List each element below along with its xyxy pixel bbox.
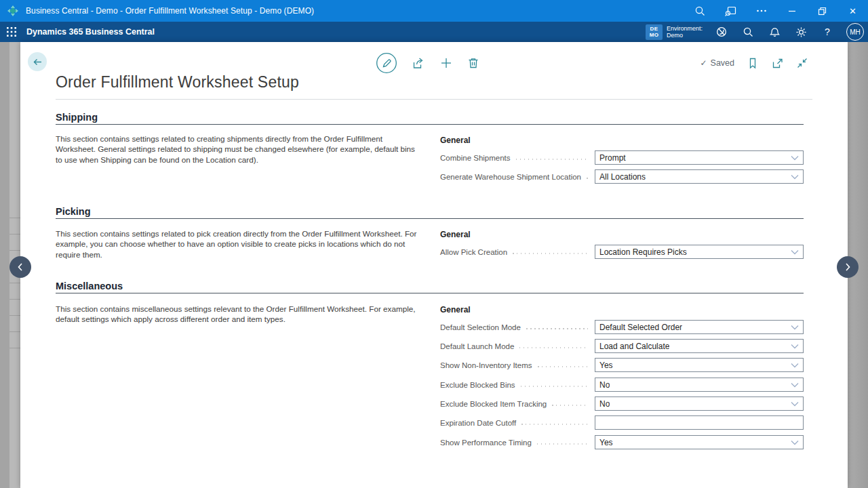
chevron-down-icon bbox=[791, 344, 799, 349]
action-bar bbox=[376, 52, 480, 74]
field-label: Exclude Blocked Bins bbox=[440, 381, 515, 389]
dotted-leader bbox=[537, 443, 588, 445]
field-row-default-selection-mode: Default Selection Mode Default Selected … bbox=[440, 320, 804, 334]
exclude-blocked-item-tracking-select[interactable]: No bbox=[595, 396, 804, 411]
field-label: Generate Warehouse Shipment Location bbox=[440, 173, 581, 181]
new-button[interactable] bbox=[439, 56, 453, 70]
restore-icon[interactable] bbox=[807, 0, 837, 22]
section-heading-shipping[interactable]: Shipping bbox=[56, 112, 804, 125]
default-selection-mode-select[interactable]: Default Selected Order bbox=[595, 320, 804, 334]
generate-warehouse-shipment-location-select[interactable]: All Locations bbox=[595, 169, 804, 184]
environment-badge: DE MO bbox=[646, 24, 663, 40]
field-label: Allow Pick Creation bbox=[440, 248, 507, 256]
window-title: Business Central - Demo - Order Fulfillm… bbox=[26, 6, 314, 16]
chevron-down-icon bbox=[791, 440, 799, 445]
dotted-leader bbox=[521, 424, 588, 425]
app-navbar: Dynamics 365 Business Central DE MO Envi… bbox=[0, 22, 868, 42]
chevron-down-icon bbox=[791, 401, 799, 407]
field-label: Show Non-Inventory Items bbox=[440, 361, 532, 369]
chevron-down-icon bbox=[791, 174, 799, 180]
group-label: General bbox=[440, 230, 471, 239]
environment-indicator: DE MO Environment: Demo bbox=[646, 24, 703, 40]
chevron-down-icon bbox=[791, 382, 799, 388]
business-central-logo-icon bbox=[6, 4, 20, 18]
workspace: ✓ Saved Order Fulfillment Worksheet Setu… bbox=[0, 42, 868, 488]
delete-button[interactable] bbox=[467, 56, 480, 70]
check-icon: ✓ bbox=[700, 58, 707, 68]
field-label: Show Performance Timing bbox=[440, 439, 532, 447]
minimize-icon[interactable] bbox=[776, 0, 807, 22]
field-row-exclude-blocked-bins: Exclude Blocked Bins No bbox=[440, 378, 804, 392]
dotted-leader bbox=[519, 347, 588, 348]
field-row-generate-warehouse-shipment-location: Generate Warehouse Shipment Location All… bbox=[440, 169, 804, 184]
dotted-leader bbox=[526, 328, 588, 329]
allow-pick-creation-select[interactable]: Location Requires Picks bbox=[595, 245, 804, 259]
field-label: Expiration Date Cutoff bbox=[440, 419, 516, 427]
show-performance-timing-select[interactable]: Yes bbox=[595, 435, 804, 449]
help-icon[interactable]: ? bbox=[820, 22, 835, 42]
previous-record-button[interactable] bbox=[9, 256, 31, 278]
waffle-menu-icon[interactable] bbox=[0, 22, 23, 42]
notifications-icon[interactable] bbox=[767, 22, 782, 42]
section-heading-picking[interactable]: Picking bbox=[56, 206, 804, 219]
back-button[interactable] bbox=[28, 52, 47, 71]
section-description-picking: This section contains settings related t… bbox=[56, 228, 420, 260]
chevron-down-icon bbox=[791, 325, 799, 330]
field-row-default-launch-mode: Default Launch Mode Load and Calculate bbox=[440, 339, 804, 353]
page-title: Order Fulfillment Worksheet Setup bbox=[56, 73, 299, 92]
edit-button[interactable] bbox=[376, 52, 397, 74]
field-label: Exclude Blocked Item Tracking bbox=[440, 400, 547, 408]
default-launch-mode-select[interactable]: Load and Calculate bbox=[595, 339, 804, 353]
search-icon[interactable] bbox=[741, 22, 755, 42]
combine-shipments-select[interactable]: Prompt bbox=[595, 150, 804, 165]
field-row-expiration-date-cutoff: Expiration Date Cutoff bbox=[440, 415, 804, 430]
field-label: Combine Shipments bbox=[440, 154, 511, 162]
chevron-down-icon bbox=[791, 363, 799, 368]
collapse-icon[interactable] bbox=[796, 57, 808, 69]
next-record-button[interactable] bbox=[837, 256, 859, 278]
dotted-leader bbox=[516, 159, 588, 160]
section-description-miscellaneous: This section contains miscellaneous sett… bbox=[56, 304, 420, 325]
settings-gear-icon[interactable] bbox=[793, 22, 808, 42]
field-row-combine-shipments: Combine Shipments Prompt bbox=[440, 150, 804, 165]
section-description-shipping: This section contains settings related t… bbox=[56, 134, 420, 165]
expiration-date-cutoff-input[interactable] bbox=[595, 415, 804, 430]
copilot-icon[interactable] bbox=[714, 22, 729, 42]
divider bbox=[56, 99, 812, 100]
dotted-leader bbox=[552, 405, 588, 406]
field-row-show-non-inventory-items: Show Non-Inventory Items Yes bbox=[440, 358, 804, 372]
chevron-down-icon bbox=[791, 249, 799, 255]
avatar[interactable]: MH bbox=[846, 23, 864, 41]
section-heading-miscellaneous[interactable]: Miscellaneous bbox=[56, 281, 804, 293]
titlebar-actions: ✕ bbox=[685, 0, 868, 22]
field-row-allow-pick-creation: Allow Pick Creation Location Requires Pi… bbox=[440, 245, 804, 259]
chevron-down-icon bbox=[791, 155, 799, 161]
group-label: General bbox=[440, 305, 471, 314]
brand-title[interactable]: Dynamics 365 Business Central bbox=[26, 27, 155, 37]
action-bar-right: ✓ Saved bbox=[700, 52, 808, 74]
close-icon[interactable]: ✕ bbox=[837, 0, 868, 22]
bookmark-icon[interactable] bbox=[747, 57, 759, 69]
dotted-leader bbox=[513, 253, 588, 254]
zoom-icon[interactable] bbox=[685, 0, 715, 22]
dotted-leader bbox=[521, 386, 588, 387]
more-options-icon[interactable] bbox=[746, 0, 776, 22]
share-icon[interactable] bbox=[411, 56, 426, 70]
open-in-window-icon[interactable] bbox=[771, 57, 784, 70]
save-status: ✓ Saved bbox=[700, 58, 734, 68]
saved-label: Saved bbox=[711, 58, 734, 68]
navbar-right: DE MO Environment: Demo ? MH bbox=[646, 22, 864, 42]
dotted-leader bbox=[587, 178, 588, 179]
group-label: General bbox=[440, 136, 471, 145]
show-non-inventory-items-select[interactable]: Yes bbox=[595, 358, 804, 372]
field-label: Default Selection Mode bbox=[440, 323, 521, 331]
field-row-exclude-blocked-item-tracking: Exclude Blocked Item Tracking No bbox=[440, 396, 804, 411]
field-row-show-performance-timing: Show Performance Timing Yes bbox=[440, 435, 804, 449]
window-titlebar: Business Central - Demo - Order Fulfillm… bbox=[0, 0, 868, 22]
dotted-leader bbox=[538, 366, 588, 367]
content-card: ✓ Saved Order Fulfillment Worksheet Setu… bbox=[20, 42, 848, 488]
field-label: Default Launch Mode bbox=[440, 342, 514, 350]
tab-search-icon[interactable] bbox=[715, 0, 746, 22]
exclude-blocked-bins-select[interactable]: No bbox=[595, 378, 804, 392]
environment-text: Environment: Demo bbox=[667, 25, 703, 39]
